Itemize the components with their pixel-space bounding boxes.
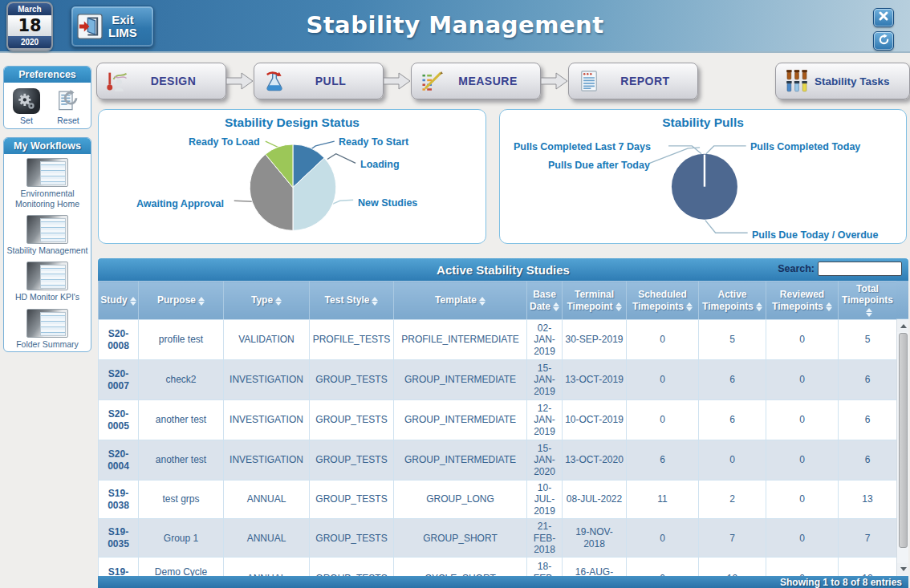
table-cell: GROUP_SHORT [394,519,527,558]
sort-icon[interactable] [198,297,205,306]
study-id-cell[interactable]: S20-0008 [99,320,139,360]
column-header-type[interactable]: Type [224,282,310,320]
table-cell: 0 [699,440,766,481]
sidebar-item-folder-summary[interactable]: Folder Summary [4,305,91,351]
table-row[interactable]: S20-0008profile testVALIDATIONPROFILE_TE… [99,320,897,360]
table-cell: 10-OCT-2019 [563,400,627,440]
sort-icon[interactable] [275,297,282,306]
table-cell: GROUP_TESTS [310,400,394,440]
table-cell: INVESTIGATION [224,440,310,481]
column-header-terminal-timepoint[interactable]: Terminal Timepoint [563,282,627,320]
study-id-cell[interactable]: S19-0028 [99,558,139,576]
column-header-scheduled-timepoints[interactable]: Scheduled Timepoints [627,282,699,320]
design-status-pie-chart[interactable] [99,110,485,243]
sort-icon[interactable] [553,302,559,311]
entries-status-text: Showing 1 to 8 of 8 entries [780,577,902,588]
table-body-area: S20-0008profile testVALIDATIONPROFILE_TE… [98,319,908,576]
workflow-thumbnail-icon [26,158,68,187]
table-cell: 08-JUL-2022 [563,481,627,519]
pie-label-ready-to-start: Ready To Start [339,136,408,148]
table-row[interactable]: S20-0007check2INVESTIGATIONGROUP_TESTSGR… [99,360,897,400]
sort-icon[interactable] [130,297,136,306]
sort-icon[interactable] [826,302,832,311]
table-cell: ANNUAL [224,558,310,576]
sidebar-item-environmental-monitoring-home[interactable]: Environmental Monitoring Home [4,154,91,211]
stability-pulls-pie-chart[interactable] [500,110,906,243]
preferences-reset-button[interactable]: Reset [54,87,83,125]
table-cell: another test [139,440,224,481]
sidebar-item-stability-management[interactable]: Stability Management [4,211,91,258]
sort-icon[interactable] [686,302,693,311]
table-cell: 16-AUG-2018 [563,558,627,576]
table-header-row: Study Purpose Type Test Style Template B… [98,281,908,319]
table-cell: check2 [139,360,224,400]
table-title: Active Stability Studies [437,263,570,277]
study-id-cell[interactable]: S20-0005 [99,400,139,440]
table-cell: GROUP_INTERMEDIATE [394,400,527,440]
close-button[interactable] [873,8,894,27]
measure-step-button[interactable]: MEASURE [411,63,541,99]
scrollbar-thumb[interactable] [899,333,908,548]
table-cell: 18-FEB-2018 [527,558,563,576]
vertical-scrollbar[interactable] [896,319,908,576]
report-step-button[interactable]: REPORT [568,63,698,99]
table-row[interactable]: S20-0004another testINVESTIGATIONGROUP_T… [99,440,897,481]
stability-tasks-button[interactable]: Stability Tasks [775,63,910,99]
column-header-study[interactable]: Study [99,282,139,320]
table-cell: 2 [699,481,766,519]
table-cell: PROFILE_TESTS [310,320,394,360]
table-cell: GROUP_INTERMEDIATE [394,360,527,400]
table-row[interactable]: S20-0005another testINVESTIGATIONGROUP_T… [99,400,897,440]
workflow-thumbnail-icon [26,215,68,244]
table-cell: 0 [627,558,699,576]
study-id-cell[interactable]: S19-0035 [99,519,139,558]
flow-arrow-icon [541,72,568,90]
study-id-cell[interactable]: S20-0004 [99,440,139,481]
table-cell: GROUP_TESTS [310,558,394,576]
preferences-set-button[interactable]: Set [12,87,41,125]
column-header-total-timepoints[interactable]: Total Timepoints [839,282,897,320]
table-cell: 0 [627,519,699,558]
refresh-button[interactable] [873,31,894,51]
gear-icon [12,87,41,115]
table-row[interactable]: S19-0028Demo Cycle Testing shortANNUALGR… [99,558,897,576]
table-cell: 15-JAN-2020 [527,440,563,481]
scroll-up-button[interactable] [897,320,908,332]
design-step-button[interactable]: DESIGN [96,63,226,99]
top-bar: March 18 2020 Exit LIMS Stability Manage… [0,0,910,53]
sort-icon[interactable] [756,302,762,311]
table-row[interactable]: S19-0035Group 1ANNUALGROUP_TESTSGROUP_SH… [99,519,897,558]
table-cell: GROUP_TESTS [310,440,394,481]
sort-icon[interactable] [372,297,378,306]
preferences-panel: Preferences [3,66,91,129]
sort-icon[interactable] [615,302,622,311]
sort-icon[interactable] [479,297,485,306]
scroll-down-button[interactable] [897,563,908,575]
sidebar-item-hd-monitor-kpis[interactable]: HD Monitor KPI's [4,258,91,304]
reset-document-icon [54,87,83,115]
column-header-template[interactable]: Template [394,282,527,320]
table-row[interactable]: S19-0038test grpsANNUALGROUP_TESTSGROUP_… [99,481,897,519]
table-cell: ANNUAL [224,481,310,519]
study-id-cell[interactable]: S19-0038 [99,481,139,519]
table-cell: PROFILE_INTERMEDIATE [394,320,527,360]
column-header-base-date[interactable]: Base Date [527,282,563,320]
column-header-test-style[interactable]: Test Style [310,282,394,320]
workflow-thumbnail-icon [26,262,68,290]
column-header-purpose[interactable]: Purpose [139,282,224,320]
study-id-cell[interactable]: S20-0007 [99,360,139,400]
table-cell: 11 [627,481,699,519]
column-header-reviewed-timepoints[interactable]: Reviewed Timepoints [766,282,839,320]
table-body: S20-0008profile testVALIDATIONPROFILE_TE… [99,320,897,577]
table-cell: test grps [139,481,224,519]
search-input[interactable] [818,262,902,276]
pull-step-button[interactable]: PULL [254,63,384,99]
table-cell: 12-JAN-2019 [527,400,563,440]
page-title: Stability Management [0,11,910,39]
table-cell: 10-JUL-2019 [527,481,563,519]
table-cell: 12 [839,558,897,576]
pie-label-loading: Loading [360,159,400,170]
column-header-active-timepoints[interactable]: Active Timepoints [699,282,766,320]
sort-icon[interactable] [866,308,872,317]
design-icon [105,69,129,93]
